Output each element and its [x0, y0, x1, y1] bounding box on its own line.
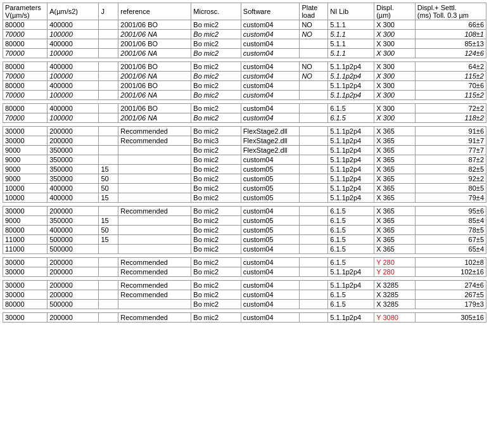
cell-displsettl: 91±7	[415, 136, 486, 146]
cell-plate	[300, 258, 328, 267]
cell-soft: custom05	[241, 184, 300, 193]
cell-v: 70000	[3, 49, 48, 58]
cell-j: 50	[99, 226, 118, 235]
cell-ref: 2001/06 BO	[118, 81, 191, 91]
cell-ref	[118, 146, 191, 155]
cell-displsettl: 85±4	[415, 216, 486, 226]
table-row: 700001000002001/06 NABo mic2custom045.1.…	[3, 91, 486, 100]
cell-v: 70000	[3, 72, 48, 81]
cell-v: 80000	[3, 104, 48, 113]
cell-micro: Bo mic2	[191, 245, 241, 254]
cell-micro: Bo mic2	[191, 300, 241, 309]
cell-ref: 2001/06 BO	[118, 104, 191, 113]
cell-plate	[300, 165, 328, 174]
cell-displsettl: 70±6	[415, 81, 486, 91]
cell-a: 400000	[48, 62, 99, 72]
cell-nilib: 6.1.5	[328, 235, 374, 245]
cell-displ: X 300	[374, 62, 416, 72]
cell-displsettl: 77±7	[415, 146, 486, 155]
cell-ref: Recommended	[118, 127, 191, 136]
cell-soft: custom04	[241, 155, 300, 165]
cell-soft: custom04	[241, 20, 300, 30]
cell-ref: 2001/06 NA	[118, 49, 191, 58]
cell-soft: custom04	[241, 39, 300, 49]
cell-soft: custom04	[241, 72, 300, 81]
cell-plate	[300, 216, 328, 226]
cell-j	[99, 20, 118, 30]
header-j: J	[99, 3, 118, 20]
cell-displsettl: 95±6	[415, 207, 486, 216]
cell-micro: Bo mic2	[191, 30, 241, 39]
header-soft: Software	[241, 3, 300, 20]
cell-plate: NO	[300, 30, 328, 39]
cell-plate	[300, 155, 328, 165]
header-plate: Plateload	[300, 3, 328, 20]
cell-v: 30000	[3, 290, 48, 300]
cell-displ: X 3285	[374, 290, 416, 300]
cell-ref: Recommended	[118, 267, 191, 277]
cell-micro: Bo mic2	[191, 258, 241, 267]
cell-j: 50	[99, 174, 118, 184]
cell-displ: Y 280	[374, 267, 416, 277]
cell-micro: Bo mic2	[191, 184, 241, 193]
header-nilib: NI Lib	[328, 3, 374, 20]
cell-j	[99, 245, 118, 254]
table-row: 900035000050Bo mic2custom055.1.1p2p4X 36…	[3, 174, 486, 184]
cell-plate	[300, 91, 328, 100]
cell-v: 9000	[3, 216, 48, 226]
cell-displ: X 365	[374, 174, 416, 184]
cell-displsettl: 79±4	[415, 193, 486, 203]
cell-displsettl: 91±6	[415, 127, 486, 136]
cell-v: 30000	[3, 281, 48, 290]
cell-displ: Y 3080	[374, 313, 416, 323]
cell-nilib: 5.1.1	[328, 30, 374, 39]
cell-a: 200000	[48, 136, 99, 146]
cell-v: 80000	[3, 226, 48, 235]
cell-plate	[300, 174, 328, 184]
cell-soft: custom05	[241, 235, 300, 245]
cell-a: 500000	[48, 245, 99, 254]
cell-j	[99, 49, 118, 58]
cell-soft: FlexStage2.dll	[241, 146, 300, 155]
cell-micro: Bo mic2	[191, 235, 241, 245]
cell-plate	[300, 146, 328, 155]
cell-plate	[300, 226, 328, 235]
cell-a: 350000	[48, 155, 99, 165]
cell-micro: Bo mic2	[191, 20, 241, 30]
cell-micro: Bo mic2	[191, 49, 241, 58]
table-row: 30000200000RecommendedBo mic2FlexStage2.…	[3, 127, 486, 136]
cell-ref: 2001/06 BO	[118, 39, 191, 49]
cell-micro: Bo mic2	[191, 91, 241, 100]
cell-displ: X 300	[374, 113, 416, 123]
cell-displsettl: 92±2	[415, 174, 486, 184]
cell-j	[99, 146, 118, 155]
cell-nilib: 5.1.1	[328, 20, 374, 30]
cell-j	[99, 39, 118, 49]
cell-ref	[118, 155, 191, 165]
cell-nilib: 6.1.5	[328, 245, 374, 254]
cell-v: 9000	[3, 165, 48, 174]
cell-soft: custom04	[241, 62, 300, 72]
cell-nilib: 5.1.1p2p4	[328, 91, 374, 100]
cell-j	[99, 30, 118, 39]
table-row: 900035000015Bo mic2custom056.1.5X 36585±…	[3, 216, 486, 226]
cell-v: 70000	[3, 30, 48, 39]
table-row: 30000200000RecommendedBo mic2custom045.1…	[3, 281, 486, 290]
cell-displsettl: 108±1	[415, 30, 486, 39]
cell-v: 70000	[3, 91, 48, 100]
cell-soft: custom05	[241, 165, 300, 174]
cell-nilib: 5.1.1p2p4	[328, 127, 374, 136]
cell-displ: X 365	[374, 216, 416, 226]
cell-soft: custom05	[241, 193, 300, 203]
cell-micro: Bo mic2	[191, 39, 241, 49]
cell-displ: X 300	[374, 30, 416, 39]
cell-soft: custom04	[241, 267, 300, 277]
cell-nilib: 5.1.1p2p4	[328, 313, 374, 323]
cell-ref	[118, 184, 191, 193]
cell-ref: Recommended	[118, 290, 191, 300]
cell-displ: X 300	[374, 72, 416, 81]
cell-plate	[300, 136, 328, 146]
cell-ref: Recommended	[118, 258, 191, 267]
cell-micro: Bo mic2	[191, 165, 241, 174]
cell-micro: Bo mic2	[191, 104, 241, 113]
